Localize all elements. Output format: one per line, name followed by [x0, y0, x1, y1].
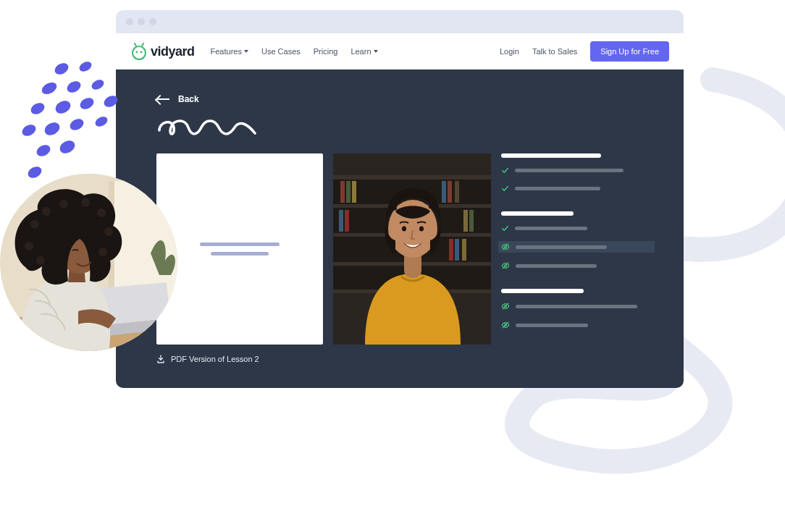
svg-point-0 — [53, 61, 70, 77]
eye-off-icon — [501, 321, 510, 329]
svg-point-67 — [98, 248, 107, 256]
svg-point-66 — [36, 256, 45, 265]
top-nav: vidyard Features Use Cases Pricing Learn… — [116, 33, 684, 69]
lesson-playlist — [501, 153, 655, 345]
playlist-item[interactable] — [501, 260, 655, 271]
arrow-left-icon — [156, 98, 169, 100]
svg-point-5 — [29, 101, 46, 117]
svg-rect-39 — [455, 239, 459, 261]
decorative-squiggle — [156, 117, 258, 138]
check-icon — [501, 185, 509, 193]
brand-name: vidyard — [151, 44, 195, 59]
lesson-video[interactable] — [333, 153, 491, 345]
svg-rect-29 — [346, 181, 350, 203]
svg-point-7 — [78, 96, 96, 111]
svg-rect-37 — [469, 210, 474, 232]
svg-rect-30 — [352, 181, 356, 203]
svg-point-61 — [59, 200, 68, 208]
playlist-item[interactable] — [498, 241, 655, 253]
svg-rect-40 — [462, 239, 466, 261]
svg-point-3 — [65, 79, 83, 95]
eye-off-icon — [501, 261, 510, 270]
placeholder-line — [211, 252, 269, 256]
notes-panel — [156, 153, 323, 345]
svg-point-59 — [30, 220, 39, 229]
svg-point-4 — [90, 77, 106, 91]
svg-point-43 — [402, 227, 406, 232]
playlist-item[interactable] — [501, 165, 655, 176]
pdf-download-label: PDF Version of Lesson 2 — [171, 355, 259, 363]
playlist-section-heading — [501, 211, 574, 216]
download-icon — [156, 355, 165, 363]
placeholder-line — [515, 227, 587, 230]
playlist-item[interactable] — [501, 183, 655, 194]
eye-off-icon — [501, 242, 510, 251]
svg-rect-23 — [333, 175, 491, 180]
svg-point-15 — [26, 164, 43, 180]
chevron-down-icon — [374, 50, 378, 53]
browser-dot-icon — [126, 18, 133, 25]
svg-rect-34 — [339, 210, 343, 232]
nav-pricing[interactable]: Pricing — [314, 47, 338, 56]
svg-point-60 — [42, 207, 51, 216]
svg-point-14 — [58, 138, 77, 156]
placeholder-line — [516, 305, 637, 308]
svg-rect-31 — [442, 181, 446, 203]
brand-logo[interactable]: vidyard — [130, 43, 195, 60]
svg-line-19 — [135, 43, 136, 46]
browser-dot-icon — [138, 18, 145, 25]
lesson-panel: Back — [116, 69, 684, 388]
check-icon — [501, 224, 509, 232]
svg-point-11 — [68, 117, 85, 132]
svg-rect-33 — [455, 181, 459, 203]
nav-use-cases[interactable]: Use Cases — [261, 47, 301, 56]
svg-point-13 — [35, 143, 52, 159]
svg-point-44 — [419, 227, 424, 232]
learner-photo — [0, 174, 177, 351]
nav-right: Login Talk to Sales Sign Up for Free — [500, 41, 669, 62]
vidyard-icon — [130, 43, 148, 60]
svg-rect-28 — [340, 181, 345, 203]
playlist-item[interactable] — [501, 300, 655, 312]
playlist-section-heading — [501, 153, 601, 158]
check-icon — [501, 166, 509, 174]
placeholder-line — [200, 242, 280, 246]
back-button[interactable]: Back — [156, 94, 655, 104]
svg-point-63 — [97, 208, 106, 217]
svg-point-18 — [140, 51, 143, 54]
svg-rect-38 — [449, 239, 453, 261]
browser-dot-icon — [149, 18, 156, 25]
placeholder-line — [515, 187, 600, 190]
svg-point-64 — [104, 227, 113, 236]
svg-point-6 — [54, 98, 73, 116]
placeholder-line — [516, 264, 597, 268]
svg-point-65 — [25, 242, 33, 250]
placeholder-line — [516, 324, 588, 327]
svg-point-1 — [77, 59, 93, 73]
playlist-item[interactable] — [501, 319, 655, 331]
svg-line-20 — [142, 43, 143, 46]
placeholder-line — [515, 169, 624, 172]
nav-learn[interactable]: Learn — [350, 47, 377, 56]
chevron-down-icon — [244, 50, 248, 53]
svg-rect-36 — [463, 210, 468, 232]
svg-rect-32 — [448, 181, 452, 203]
svg-point-12 — [93, 114, 109, 128]
browser-chrome — [116, 10, 684, 33]
nav-features[interactable]: Features — [211, 47, 248, 56]
svg-point-62 — [81, 198, 90, 207]
nav-login[interactable]: Login — [500, 47, 519, 56]
svg-point-17 — [136, 51, 138, 54]
svg-point-2 — [40, 80, 59, 97]
svg-point-9 — [20, 122, 38, 138]
playlist-section-heading — [501, 289, 584, 293]
nav-talk-to-sales[interactable]: Talk to Sales — [532, 47, 577, 56]
back-label: Back — [178, 94, 199, 104]
playlist-item[interactable] — [501, 223, 655, 234]
placeholder-line — [516, 245, 607, 249]
pdf-download-link[interactable]: PDF Version of Lesson 2 — [156, 355, 655, 363]
svg-point-10 — [43, 120, 62, 138]
svg-rect-35 — [345, 210, 349, 232]
signup-button[interactable]: Sign Up for Free — [590, 41, 669, 62]
nav-items: Features Use Cases Pricing Learn — [211, 47, 378, 56]
